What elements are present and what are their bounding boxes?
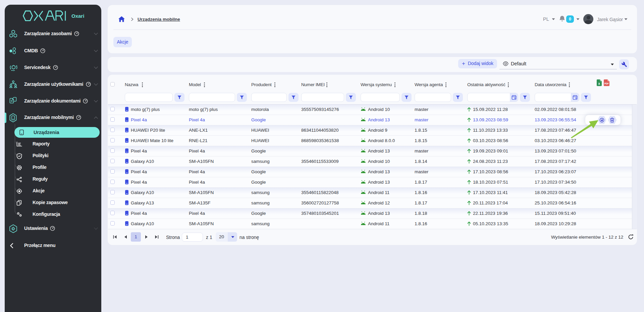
svg-text:x: x — [598, 82, 600, 85]
svg-text:PDF: PDF — [604, 82, 609, 85]
